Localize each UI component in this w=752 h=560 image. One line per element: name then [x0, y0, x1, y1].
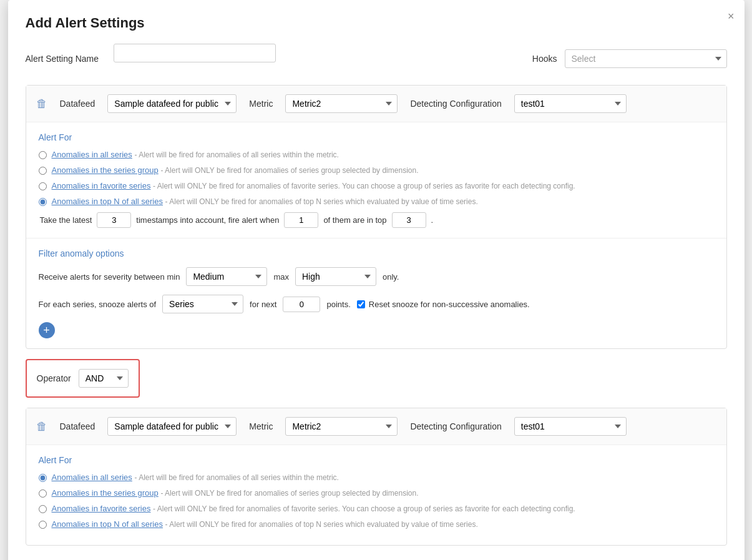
- timestamps-val1-input[interactable]: [97, 212, 131, 228]
- reset-snooze-text-1: Reset snooze for non-successive anomalie…: [369, 300, 530, 309]
- radio-all-series-input-1[interactable]: [39, 151, 47, 159]
- config-block-2: 🗑 Datafeed Sample datafeed for public Me…: [26, 408, 727, 546]
- radio-all-series-label-1: Anomalies in all series: [52, 150, 132, 159]
- hooks-section: Hooks Select: [532, 49, 727, 68]
- radio-favorite-series-desc-2: - Alert will ONLY be fired for anomalies…: [153, 504, 575, 513]
- radio-top-n-1: Anomalies in top N of all series - Alert…: [39, 197, 714, 206]
- top-row: Alert Setting Name Hooks Select: [26, 44, 727, 74]
- add-filter-button-1[interactable]: +: [39, 322, 55, 338]
- snooze-suffix-1: points.: [326, 300, 350, 309]
- metric-select-1[interactable]: Metric2: [285, 94, 398, 113]
- radio-top-n-input-1[interactable]: [39, 198, 47, 206]
- timestamps-val3-input[interactable]: [392, 212, 426, 228]
- hooks-label: Hooks: [532, 54, 557, 64]
- timestamps-val2-input[interactable]: [284, 212, 318, 228]
- delete-config-2-icon[interactable]: 🗑: [36, 420, 47, 433]
- modal-title: Add Alert Settings: [26, 15, 727, 31]
- alert-setting-name-input[interactable]: [114, 44, 276, 62]
- radio-favorite-series-1: Anomalies in favorite series - Alert wil…: [39, 181, 714, 190]
- radio-series-group-input-1[interactable]: [39, 167, 47, 175]
- hooks-select[interactable]: Select: [565, 49, 727, 68]
- filter-title-1: Filter anomaly options: [39, 248, 714, 258]
- radio-top-n-label-2: Anomalies in top N of all series: [52, 519, 163, 529]
- metric-label-1: Metric: [249, 99, 273, 109]
- radio-all-series-label-2: Anomalies in all series: [52, 473, 132, 482]
- radio-series-group-desc-2: - Alert will ONLY be fired for anomalies…: [160, 489, 418, 498]
- severity-row-1: Receive alerts for severity between min …: [39, 267, 714, 286]
- radio-series-group-2: Anomalies in the series group - Alert wi…: [39, 488, 714, 498]
- snooze-row-1: For each series, snooze alerts of Series…: [39, 295, 714, 313]
- radio-all-series-input-2[interactable]: [39, 474, 47, 482]
- alert-for-section-1: Alert For Anomalies in all series - Aler…: [26, 122, 726, 238]
- severity-prefix-1: Receive alerts for severity between min: [39, 272, 180, 282]
- timestamps-mid-1: timestamps into account, fire alert when: [136, 215, 279, 225]
- radio-all-series-1: Anomalies in all series - Alert will be …: [39, 150, 714, 159]
- radio-top-n-desc-1: - Alert will ONLY be fired for anomalies…: [165, 197, 478, 206]
- alert-for-section-2: Alert For Anomalies in all series - Aler…: [26, 445, 726, 545]
- radio-series-group-desc-1: - Alert will ONLY be fired for anomalies…: [160, 166, 418, 175]
- operator-select[interactable]: AND OR: [79, 369, 129, 388]
- radio-series-group-label-1: Anomalies in the series group: [52, 165, 159, 175]
- config-header-1: 🗑 Datafeed Sample datafeed for public Me…: [26, 86, 726, 122]
- alert-for-title-1: Alert For: [39, 132, 714, 142]
- radio-top-n-2: Anomalies in top N of all series - Alert…: [39, 519, 714, 529]
- timestamps-prefix-1: Take the latest: [40, 215, 92, 225]
- radio-all-series-desc-2: - Alert will be fired for anomalies of a…: [134, 473, 338, 482]
- reset-snooze-checkbox-1[interactable]: [357, 300, 365, 308]
- timestamps-suffix-1: of them are in top: [323, 215, 386, 225]
- snooze-prefix-1: For each series, snooze alerts of: [39, 300, 157, 309]
- operator-label: Operator: [37, 373, 71, 383]
- radio-series-group-1: Anomalies in the series group - Alert wi…: [39, 165, 714, 175]
- config-header-2: 🗑 Datafeed Sample datafeed for public Me…: [26, 408, 726, 445]
- datafeed-label-1: Datafeed: [60, 99, 95, 109]
- timestamps-row-1: Take the latest timestamps into account,…: [39, 212, 714, 228]
- filter-section-1: Filter anomaly options Receive alerts fo…: [26, 238, 726, 348]
- radio-favorite-series-input-2[interactable]: [39, 505, 47, 513]
- snooze-type-select-1[interactable]: Series Metric All: [162, 295, 243, 313]
- radio-favorite-series-input-1[interactable]: [39, 182, 47, 190]
- datafeed-label-2: Datafeed: [60, 421, 95, 431]
- timestamps-dot-1: .: [431, 215, 434, 225]
- operator-row: Operator AND OR: [26, 359, 140, 398]
- radio-top-n-label-1: Anomalies in top N of all series: [52, 197, 163, 206]
- metric-select-2[interactable]: Metric2: [285, 417, 398, 436]
- radio-all-series-2: Anomalies in all series - Alert will be …: [39, 473, 714, 482]
- detecting-label-2: Detecting Configuration: [410, 421, 501, 431]
- config-block-1: 🗑 Datafeed Sample datafeed for public Me…: [26, 85, 727, 349]
- radio-favorite-series-label-1: Anomalies in favorite series: [52, 181, 151, 190]
- close-button[interactable]: ×: [728, 10, 735, 23]
- radio-top-n-desc-2: - Alert will ONLY be fired for anomalies…: [165, 520, 478, 529]
- radio-all-series-desc-1: - Alert will be fired for anomalies of a…: [134, 150, 338, 159]
- detecting-label-1: Detecting Configuration: [410, 99, 501, 109]
- severity-max-select-1[interactable]: High Low Medium Critical: [295, 267, 376, 286]
- detecting-select-2[interactable]: test01: [514, 417, 627, 436]
- detecting-select-1[interactable]: test01: [514, 94, 627, 113]
- name-label: Alert Setting Name: [26, 54, 99, 64]
- radio-favorite-series-desc-1: - Alert will ONLY be fired for anomalies…: [153, 182, 575, 190]
- snooze-val-input-1[interactable]: [283, 297, 320, 312]
- alert-for-title-2: Alert For: [39, 455, 714, 465]
- metric-label-2: Metric: [249, 421, 273, 431]
- radio-favorite-series-label-2: Anomalies in favorite series: [52, 504, 151, 513]
- radio-series-group-input-2[interactable]: [39, 489, 47, 498]
- reset-snooze-label-1[interactable]: Reset snooze for non-successive anomalie…: [357, 300, 530, 309]
- delete-config-1-icon[interactable]: 🗑: [36, 97, 47, 111]
- radio-series-group-label-2: Anomalies in the series group: [52, 488, 159, 498]
- severity-max-label-1: max: [273, 272, 289, 282]
- radio-top-n-input-2[interactable]: [39, 521, 47, 529]
- add-alert-modal: × Add Alert Settings Alert Setting Name …: [8, 0, 745, 560]
- radio-favorite-series-2: Anomalies in favorite series - Alert wil…: [39, 504, 714, 513]
- snooze-for-next-1: for next: [250, 300, 276, 309]
- severity-suffix-1: only.: [383, 272, 399, 282]
- datafeed-select-2[interactable]: Sample datafeed for public: [107, 417, 237, 436]
- datafeed-select-1[interactable]: Sample datafeed for public: [107, 94, 237, 113]
- severity-min-select-1[interactable]: Medium Low High Critical: [186, 267, 267, 286]
